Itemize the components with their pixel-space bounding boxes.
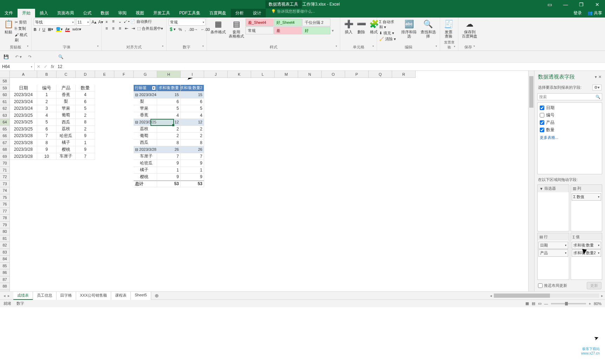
cell[interactable]: 8 bbox=[181, 140, 204, 147]
italic-button[interactable]: I bbox=[39, 27, 40, 32]
ribbon-tab-审阅[interactable]: 审阅 bbox=[114, 9, 131, 18]
ribbon-tab-公式[interactable]: 公式 bbox=[79, 9, 96, 18]
cell[interactable]: 荔枝 bbox=[56, 126, 76, 133]
cell[interactable]: 葡萄 bbox=[56, 112, 76, 119]
cell[interactable]: 4 bbox=[157, 112, 181, 119]
ribbon-options-icon[interactable]: ▭ bbox=[542, 0, 558, 9]
cell[interactable]: 9 bbox=[157, 174, 181, 181]
align-left-icon[interactable]: ≡ bbox=[104, 26, 109, 31]
autosum-button[interactable]: Σ 自动求和 ▾ bbox=[379, 19, 398, 30]
row-header-59[interactable]: 59 bbox=[0, 85, 10, 92]
row-header-79[interactable]: 79 bbox=[0, 222, 10, 229]
col-header-A[interactable]: A bbox=[10, 71, 37, 78]
row-header-72[interactable]: 72 bbox=[0, 174, 10, 181]
cell[interactable]: 产品 bbox=[56, 85, 76, 92]
cell[interactable]: 橘子 bbox=[56, 140, 76, 147]
cell[interactable]: 8 bbox=[76, 119, 95, 126]
cut-button[interactable]: ✂ 剪切 bbox=[15, 20, 29, 25]
cell[interactable]: ⊟ 2023/3/24 bbox=[134, 92, 157, 99]
align-middle-icon[interactable]: ≡ bbox=[110, 19, 116, 24]
ribbon-tab-页面布局[interactable]: 页面布局 bbox=[53, 9, 79, 18]
cancel-icon[interactable]: ✕ bbox=[37, 64, 40, 69]
cell[interactable]: 4 bbox=[181, 112, 204, 119]
font-name-combo[interactable]: 等线▾ bbox=[34, 19, 75, 26]
cell[interactable]: 2 bbox=[76, 112, 95, 119]
cell[interactable]: 7 bbox=[157, 153, 181, 160]
hscroll-left-icon[interactable]: ◂ bbox=[488, 294, 494, 298]
find-select-button[interactable]: 🔍查找和选择 bbox=[419, 19, 438, 39]
row-header-64[interactable]: 64 bbox=[0, 119, 10, 126]
row-header-61[interactable]: 61 bbox=[0, 99, 10, 106]
row-header-73[interactable]: 73 bbox=[0, 181, 10, 188]
style-normal[interactable]: 常规 bbox=[246, 27, 274, 34]
add-sheet-button[interactable]: ⊕ bbox=[151, 293, 162, 298]
align-right-icon[interactable]: ≡ bbox=[117, 26, 123, 31]
cell[interactable]: 编号 bbox=[37, 85, 56, 92]
cell[interactable]: 6 bbox=[157, 99, 181, 106]
save-baidu-button[interactable]: ☁保存到 百度网盘 bbox=[461, 19, 479, 39]
col-header-L[interactable]: L bbox=[251, 71, 275, 78]
border-button[interactable]: ▦▾ bbox=[48, 27, 53, 32]
cell[interactable]: 求和项:数量2 bbox=[181, 85, 204, 92]
font-color-button[interactable]: A▾ bbox=[65, 27, 70, 32]
ribbon-tab-开始[interactable]: 开始 bbox=[18, 9, 35, 18]
undo-icon[interactable]: ↶ ▾ bbox=[15, 54, 22, 59]
cell[interactable]: 1 bbox=[181, 167, 204, 174]
cell[interactable]: 苹果 bbox=[56, 105, 76, 112]
defer-layout-checkbox[interactable] bbox=[538, 283, 543, 288]
sheet-tab-员工信息[interactable]: 员工信息 bbox=[33, 292, 56, 300]
cell[interactable]: 橘子 bbox=[134, 167, 157, 174]
cell[interactable]: 行标签 ▾ bbox=[134, 85, 157, 92]
cell[interactable]: 哈密瓜 bbox=[134, 160, 157, 167]
col-header-C[interactable]: C bbox=[56, 71, 76, 78]
cell[interactable]: 2 bbox=[181, 126, 204, 133]
cell[interactable]: 9 bbox=[157, 160, 181, 167]
row-header-85[interactable]: 85 bbox=[0, 263, 10, 270]
style-comma[interactable]: 千位分隔 2 bbox=[302, 19, 330, 26]
ribbon-tab-设计[interactable]: 设计 bbox=[248, 9, 266, 18]
clear-button[interactable]: 🧹 清除 ▾ bbox=[379, 36, 398, 42]
cell[interactable]: 樱桃 bbox=[56, 146, 76, 153]
orientation-icon[interactable]: ⭩▾ bbox=[124, 19, 129, 24]
cell[interactable]: 2 bbox=[37, 99, 56, 106]
cell[interactable]: 苹果 bbox=[134, 105, 157, 112]
styles-expand-icon[interactable]: ▾ bbox=[331, 28, 335, 33]
cell[interactable]: 10 bbox=[37, 153, 56, 160]
col-header-Q[interactable]: Q bbox=[369, 71, 392, 78]
redo-icon[interactable]: ↷ bbox=[28, 54, 32, 59]
invoice-check-button[interactable]: 🧾发票 查验 bbox=[442, 19, 455, 39]
cell[interactable]: 2023/3/25 bbox=[10, 119, 37, 126]
indent-decrease-icon[interactable]: ⇤ bbox=[124, 26, 129, 31]
row-header-71[interactable]: 71 bbox=[0, 167, 10, 174]
cell[interactable]: 求和项:数量 bbox=[157, 85, 181, 92]
cell[interactable]: ⊟ 2023/3/25 bbox=[134, 119, 157, 126]
view-page-icon[interactable]: ▤ bbox=[532, 301, 535, 306]
share-button[interactable]: 👥 共享 bbox=[587, 10, 602, 16]
col-header-B[interactable]: B bbox=[37, 71, 56, 78]
ribbon-tab-文件[interactable]: 文件 bbox=[0, 9, 18, 18]
style-good[interactable]: 好_Sheet4 bbox=[274, 19, 302, 26]
row-header-80[interactable]: 80 bbox=[0, 228, 10, 235]
cell[interactable]: 4 bbox=[76, 92, 95, 99]
name-box[interactable]: H64▾ bbox=[0, 63, 35, 70]
row-header-89[interactable]: 89 bbox=[0, 290, 10, 292]
cell[interactable]: 2 bbox=[157, 126, 181, 133]
cell[interactable]: 8 bbox=[37, 140, 56, 147]
ribbon-tab-PDF工具集[interactable]: PDF工具集 bbox=[175, 9, 205, 18]
fx-icon[interactable]: fx bbox=[51, 64, 54, 69]
cell[interactable]: 2023/3/28 bbox=[10, 153, 37, 160]
cell[interactable]: 1 bbox=[37, 92, 56, 99]
cell[interactable]: 2023/3/28 bbox=[10, 140, 37, 147]
view-break-icon[interactable]: ▭ bbox=[538, 301, 542, 306]
cell[interactable]: 5 bbox=[181, 105, 204, 112]
cell[interactable]: 12 bbox=[157, 119, 181, 126]
increase-font-icon[interactable]: A▴ bbox=[91, 19, 97, 25]
bold-button[interactable]: B bbox=[34, 27, 36, 32]
delete-cells-button[interactable]: ➖删除 bbox=[355, 19, 368, 35]
cell[interactable]: 53 bbox=[181, 181, 204, 188]
row-header-67[interactable]: 67 bbox=[0, 140, 10, 147]
comma-format-icon[interactable]: , bbox=[185, 27, 186, 32]
row-header-75[interactable]: 75 bbox=[0, 194, 10, 201]
login-link[interactable]: 登录 bbox=[573, 10, 582, 16]
merge-center-button[interactable]: ⬚ 合并后居中▾ bbox=[137, 26, 163, 31]
